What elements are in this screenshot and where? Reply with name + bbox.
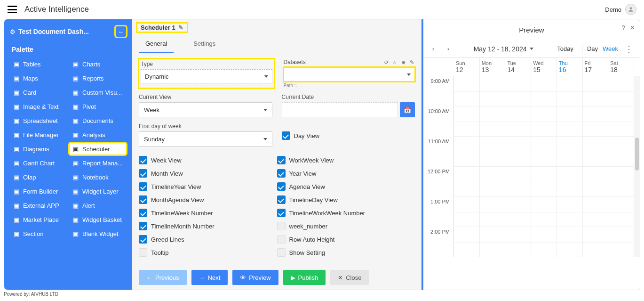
time-cell[interactable] — [583, 227, 609, 257]
checkbox-workweek-view[interactable] — [277, 156, 286, 164]
checkbox-year-view[interactable] — [277, 169, 286, 178]
palette-item-market-place[interactable]: ▣Market Place — [10, 213, 67, 226]
time-cell[interactable] — [608, 167, 634, 197]
time-cell[interactable] — [583, 76, 609, 106]
time-cell[interactable] — [531, 106, 557, 137]
time-cell[interactable] — [505, 137, 531, 167]
time-cell[interactable] — [505, 106, 531, 137]
weekday-sun[interactable]: Sun12 — [454, 57, 480, 76]
checkbox-greed-lines[interactable] — [139, 235, 147, 244]
tab-settings[interactable]: Settings — [187, 35, 222, 53]
checkbox-timelineday-view[interactable] — [277, 195, 286, 204]
view-day[interactable]: Day — [587, 45, 598, 52]
refresh-icon[interactable]: ⟳ — [383, 59, 390, 65]
palette-item-scheduler[interactable]: ▣Scheduler — [69, 143, 127, 155]
datasets-select[interactable] — [284, 67, 415, 81]
rename-icon[interactable]: ✎ — [178, 24, 183, 31]
time-cell[interactable] — [608, 227, 634, 257]
checkbox-timelineweek-number[interactable] — [139, 209, 147, 217]
weekday-tue[interactable]: Tue14 — [505, 57, 531, 76]
palette-item-notebook[interactable]: ▣Notebook — [69, 171, 127, 183]
palette-item-reports[interactable]: ▣Reports — [69, 72, 127, 84]
time-cell[interactable] — [531, 227, 557, 257]
firstday-select[interactable]: Sunday — [139, 131, 272, 146]
palette-item-tables[interactable]: ▣Tables — [10, 58, 67, 70]
user-avatar[interactable] — [625, 4, 636, 15]
time-cell[interactable] — [480, 227, 506, 257]
help-icon[interactable]: ? — [622, 24, 625, 31]
weekday-sat[interactable]: Sat18 — [608, 57, 634, 76]
checkbox-month-view[interactable] — [139, 169, 147, 178]
previous-button[interactable]: ← Previous — [139, 270, 187, 285]
palette-item-custom-visu-[interactable]: ▣Custom Visu... — [69, 86, 127, 98]
weekday-wed[interactable]: Wed15 — [531, 57, 557, 76]
time-cell[interactable] — [583, 106, 609, 137]
palette-item-section[interactable]: ▣Section — [10, 228, 67, 240]
time-cell[interactable] — [505, 167, 531, 197]
checkbox-agenda-view[interactable] — [277, 182, 286, 191]
weekday-thu[interactable]: Thu16 — [557, 57, 583, 76]
next-week-button[interactable]: › — [443, 44, 453, 54]
palette-item-maps[interactable]: ▣Maps — [10, 72, 67, 84]
checkbox-week-view[interactable] — [139, 156, 147, 164]
next-button[interactable]: → Next — [191, 270, 228, 285]
checkbox-row-auto-height[interactable] — [277, 235, 286, 244]
date-range[interactable]: May 12 - 18, 2024 — [474, 45, 527, 53]
weekday-fri[interactable]: Fri17 — [583, 57, 609, 76]
palette-item-analysis[interactable]: ▣Analysis — [69, 129, 127, 141]
palette-item-blank-widget[interactable]: ▣Blank Widget — [69, 228, 127, 240]
time-cell[interactable] — [608, 137, 634, 167]
scrollbar-thumb[interactable] — [635, 138, 639, 171]
checkbox-timelineyear-view[interactable] — [139, 182, 147, 191]
palette-item-image-text[interactable]: ▣Image & Text — [10, 100, 67, 113]
time-cell[interactable] — [480, 76, 506, 106]
time-cell[interactable] — [454, 197, 480, 227]
time-cell[interactable] — [454, 167, 480, 197]
palette-item-olap[interactable]: ▣Olap — [10, 171, 67, 183]
time-cell[interactable] — [454, 137, 480, 167]
type-select[interactable]: Dynamic — [141, 69, 272, 83]
checkbox-show-setting[interactable] — [277, 248, 286, 257]
checkbox-tooltip[interactable] — [139, 248, 147, 257]
checkbox-monthagenda-view[interactable] — [139, 195, 147, 204]
time-cell[interactable] — [531, 137, 557, 167]
today-button[interactable]: Today — [553, 43, 577, 54]
time-cell[interactable] — [505, 227, 531, 257]
palette-item-documents[interactable]: ▣Documents — [69, 114, 127, 127]
close-button[interactable]: ✕ Close — [330, 270, 369, 285]
time-cell[interactable] — [454, 227, 480, 257]
widget-title[interactable]: Scheduler 1 ✎ — [137, 23, 187, 32]
currentdate-input[interactable] — [282, 102, 398, 117]
time-cell[interactable] — [454, 106, 480, 137]
palette-item-gantt-chart[interactable]: ▣Gantt Chart — [10, 157, 67, 169]
time-cell[interactable] — [531, 197, 557, 227]
view-week[interactable]: Week — [603, 45, 618, 52]
more-icon[interactable]: ⋮ — [623, 44, 635, 54]
check-dayview[interactable] — [282, 131, 290, 140]
time-cell[interactable] — [557, 167, 583, 197]
palette-item-spreadsheet[interactable]: ▣Spreadsheet — [10, 114, 67, 127]
checkbox-timelineworkweek-number[interactable] — [277, 209, 286, 217]
preview-button[interactable]: 👁 Preview — [232, 270, 278, 285]
publish-button[interactable]: ▶ Publish — [283, 270, 326, 285]
time-cell[interactable] — [454, 76, 480, 106]
back-button[interactable]: ← — [115, 26, 127, 37]
plus-icon[interactable]: ⊕ — [400, 59, 406, 65]
time-cell[interactable] — [480, 197, 506, 227]
palette-item-widget-basket[interactable]: ▣Widget Basket — [69, 213, 127, 226]
time-cell[interactable] — [557, 137, 583, 167]
palette-item-pivot[interactable]: ▣Pivot — [69, 100, 127, 113]
time-cell[interactable] — [505, 197, 531, 227]
time-cell[interactable] — [557, 197, 583, 227]
time-cell[interactable] — [608, 106, 634, 137]
time-cell[interactable] — [557, 76, 583, 106]
checkbox-timelinemonth-number[interactable] — [139, 222, 147, 230]
palette-item-widget-layer[interactable]: ▣Widget Layer — [69, 185, 127, 197]
palette-item-report-mana-[interactable]: ▣Report Mana... — [69, 157, 127, 169]
home-icon[interactable]: ⌂ — [391, 59, 398, 65]
time-cell[interactable] — [557, 106, 583, 137]
time-cell[interactable] — [505, 76, 531, 106]
edit-icon[interactable]: ✎ — [408, 59, 415, 65]
checkbox-week-number[interactable] — [277, 222, 286, 230]
time-cell[interactable] — [480, 137, 506, 167]
